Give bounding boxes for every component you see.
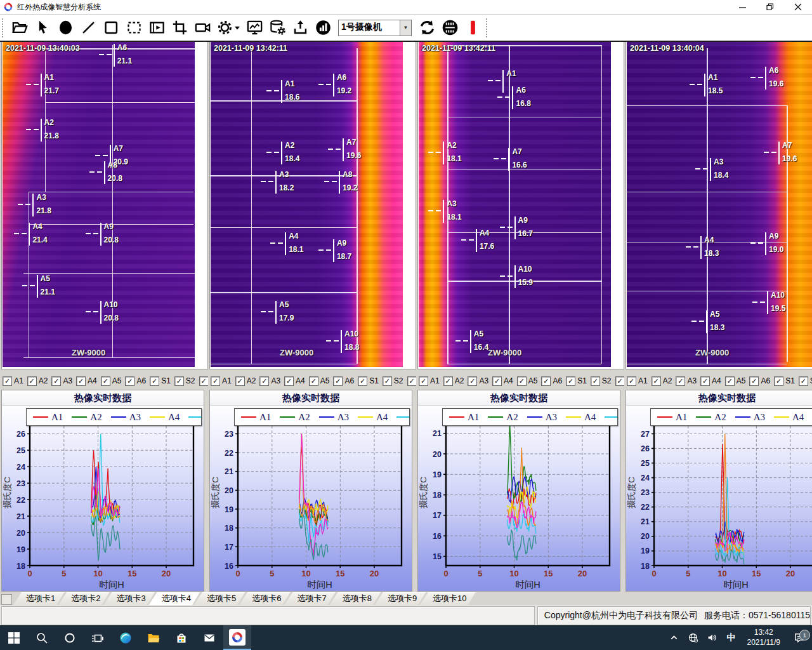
tab-3[interactable]: 选项卡3 [103, 592, 155, 605]
checkbox-A1[interactable]: ✓ [627, 376, 636, 386]
checkbox-S1[interactable]: ✓ [774, 376, 783, 386]
database-settings-icon[interactable] [266, 18, 289, 38]
svg-text:10: 10 [93, 569, 102, 578]
action-center-icon[interactable]: 1 [787, 632, 812, 644]
legend-item-A5: A5 [605, 412, 618, 423]
checkbox-A1[interactable]: ✓ [419, 376, 428, 386]
checkbox-A3[interactable]: ✓ [676, 376, 685, 386]
status-bar: Copyright@杭州中为电子科技有限公司 服务电话：0571-5618011… [0, 605, 812, 625]
toolbar-gripper[interactable] [2, 18, 6, 37]
task-view-icon[interactable] [84, 625, 112, 650]
thermal-image[interactable]: 2021-11-09 13:40:04A118.5A619.6A318.4A71… [627, 42, 812, 367]
checkbox-A5[interactable]: ✓ [725, 376, 735, 386]
checkbox-A1[interactable]: ✓ [3, 376, 12, 386]
close-button[interactable] [784, 0, 812, 14]
file-explorer-icon[interactable] [140, 625, 167, 650]
upload-icon[interactable] [289, 18, 311, 38]
tab-10[interactable]: 选项卡10 [420, 592, 476, 605]
tab-2[interactable]: 选项卡2 [58, 592, 110, 605]
refresh-icon[interactable] [416, 18, 438, 38]
tab-9[interactable]: 选项卡9 [375, 592, 426, 605]
checkbox-A6[interactable]: ✓ [541, 376, 551, 386]
checkbox-S1[interactable]: ✓ [566, 376, 575, 386]
edge-icon[interactable] [112, 625, 140, 650]
minimize-button[interactable] [728, 0, 756, 14]
checkbox-A5[interactable]: ✓ [101, 376, 110, 386]
checkbox-A3[interactable]: ✓ [259, 376, 269, 386]
checkbox-A6[interactable]: ✓ [749, 376, 759, 386]
checkbox-A5[interactable]: ✓ [309, 376, 318, 386]
chip-icon[interactable] [438, 18, 461, 38]
open-folder-icon[interactable] [8, 18, 31, 38]
thermal-app-taskbar-icon[interactable] [223, 625, 251, 650]
rect-icon[interactable] [100, 18, 122, 38]
ellipse-icon[interactable] [54, 18, 77, 38]
checkbox-A1[interactable]: ✓ [211, 376, 220, 386]
tab-5[interactable]: 选项卡5 [194, 592, 246, 605]
checkbox-A4[interactable]: ✓ [492, 376, 502, 386]
checkbox-S1[interactable]: ✓ [358, 376, 367, 386]
search-icon[interactable] [28, 625, 56, 650]
checkbox-A2[interactable]: ✓ [443, 376, 453, 386]
checkbox-A2[interactable]: ✓ [652, 376, 661, 386]
chart-title: 热像实时数据 [2, 390, 204, 406]
tab-6[interactable]: 选项卡6 [239, 592, 291, 605]
tab-4[interactable]: 选项卡4 [149, 592, 200, 605]
record-bar-icon[interactable] [461, 18, 484, 38]
checkbox-item-A5: ✓A5 [101, 376, 122, 386]
checkbox-A6[interactable]: ✓ [333, 376, 343, 386]
taskbar-clock[interactable]: 13:42 2021/11/9 [747, 628, 781, 647]
checkbox-S3[interactable]: ✓ [407, 376, 417, 386]
thermal-image[interactable]: 2021-11-09 13:40:03A121.7A621.1A221.8A72… [3, 42, 195, 367]
restore-button[interactable] [756, 0, 784, 14]
volume-icon[interactable] [703, 632, 722, 643]
checkbox-A4[interactable]: ✓ [700, 376, 710, 386]
selection-rect-icon[interactable] [122, 18, 145, 38]
stats-circle-icon[interactable] [311, 18, 334, 38]
chart-title: 热像实时数据 [418, 390, 620, 406]
toolbar-gripper-2[interactable] [486, 18, 490, 37]
checkbox-A4[interactable]: ✓ [76, 376, 86, 386]
tab-1[interactable]: 选项卡1 [13, 592, 65, 605]
tab-scroll-stub[interactable] [1, 594, 12, 605]
thermal-panel-1: 2021-11-09 13:40:03A121.7A621.1A221.8A72… [1, 41, 208, 369]
checkbox-A6[interactable]: ✓ [125, 376, 134, 386]
realtime-chart-4: 热像实时数据A1A2A3A4A5A6S1S2181920212223242526… [625, 390, 812, 592]
checkbox-A5[interactable]: ✓ [517, 376, 527, 386]
svg-text:17: 17 [433, 511, 442, 520]
ime-indicator[interactable]: 中 [722, 632, 741, 644]
cursor-icon[interactable] [31, 18, 54, 38]
line-icon[interactable] [77, 18, 100, 38]
tab-7[interactable]: 选项卡7 [284, 592, 336, 605]
checkbox-A2[interactable]: ✓ [27, 376, 37, 386]
checkbox-A3[interactable]: ✓ [51, 376, 61, 386]
cortana-icon[interactable] [56, 625, 84, 650]
monitor-chart-icon[interactable] [243, 18, 266, 38]
checkbox-S3[interactable]: ✓ [615, 376, 625, 386]
checkbox-S3[interactable]: ✓ [199, 376, 209, 386]
checkbox-S2[interactable]: ✓ [174, 376, 184, 386]
checkbox-A4[interactable]: ✓ [284, 376, 294, 386]
camera-column-4: 2021-11-09 13:40:04A118.5A619.6A318.4A71… [625, 41, 812, 592]
store-icon[interactable] [167, 625, 195, 650]
crop-icon[interactable] [168, 18, 191, 38]
settings-gear-icon[interactable] [214, 18, 243, 38]
chevron-down-icon[interactable]: ▼ [400, 20, 411, 36]
checkbox-S2[interactable]: ✓ [383, 376, 392, 386]
mail-icon[interactable] [195, 625, 223, 650]
start-button[interactable] [0, 625, 28, 650]
thermal-image[interactable]: 2021-11-09 13:42:11A1A616.8A218.1A716.6A… [419, 42, 611, 367]
camera-icon[interactable] [191, 18, 214, 38]
video-play-icon[interactable] [145, 18, 168, 38]
checkbox-S2[interactable]: ✓ [799, 376, 808, 386]
checkbox-S1[interactable]: ✓ [150, 376, 159, 386]
tray-chevron-up-icon[interactable] [665, 632, 684, 643]
checkbox-A3[interactable]: ✓ [468, 376, 477, 386]
checkbox-A2[interactable]: ✓ [235, 376, 245, 386]
tab-8[interactable]: 选项卡8 [330, 592, 381, 605]
checkbox-S2[interactable]: ✓ [591, 376, 600, 386]
checkbox-item-A4: ✓A4 [492, 376, 513, 386]
camera-select[interactable]: 1号摄像机 ▼ [338, 20, 412, 36]
network-globe-icon[interactable] [684, 632, 703, 643]
thermal-image[interactable]: 2021-11-09 13:42:11A118.6A619.2A218.4A71… [211, 42, 403, 367]
